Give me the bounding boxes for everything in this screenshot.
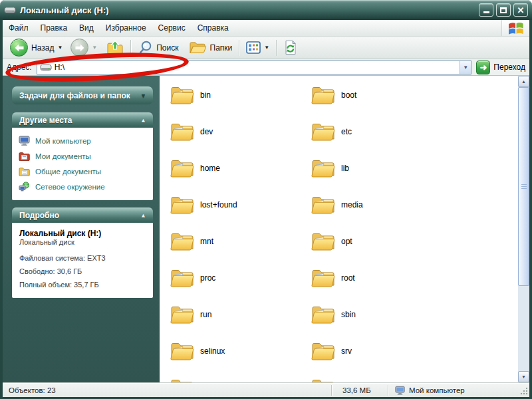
folder-icon <box>170 122 194 142</box>
folder-item[interactable]: proc <box>170 267 311 288</box>
folder-icon <box>311 195 335 215</box>
forward-dropdown-icon[interactable]: ▼ <box>92 45 97 51</box>
details-panel-header[interactable]: Подробно ▲ <box>12 207 153 223</box>
forward-button[interactable]: ▼ <box>68 37 99 58</box>
sidebar-item-shared-documents[interactable]: Общие документы <box>12 164 153 179</box>
sidebar-item-network-places[interactable]: Сетевое окружение <box>12 179 153 194</box>
folders-button[interactable]: Папки <box>187 39 235 56</box>
views-dropdown-icon[interactable]: ▼ <box>264 45 269 51</box>
my-documents-icon <box>19 152 30 161</box>
minimize-button[interactable] <box>479 3 493 17</box>
folder-label: bin <box>200 90 211 100</box>
shared-documents-icon <box>19 167 30 176</box>
folder-icon <box>311 341 335 361</box>
folder-item[interactable]: srv <box>311 340 452 361</box>
menu-favorites[interactable]: Избранное <box>100 21 152 35</box>
up-folder-icon <box>106 40 124 56</box>
folder-item[interactable]: opt <box>311 231 452 251</box>
folder-item[interactable]: mnt <box>170 231 311 251</box>
chevron-up-icon: ▲ <box>140 212 146 219</box>
folder-item[interactable]: home <box>170 158 311 178</box>
maximize-button[interactable] <box>496 3 511 17</box>
close-button[interactable]: ✕ <box>513 3 528 17</box>
back-label: Назад <box>31 43 54 53</box>
folder-icon <box>170 305 194 325</box>
details-free-space: Свободно: 30,6 ГБ <box>19 265 146 278</box>
status-size: 33,6 МБ <box>332 386 388 394</box>
menu-help[interactable]: Справка <box>192 21 235 35</box>
folder-icon <box>170 85 194 105</box>
views-button[interactable]: ▼ <box>244 40 271 55</box>
details-volume-name: Локальный диск (H:) <box>19 229 146 238</box>
address-combobox[interactable]: H:\ ▼ <box>37 61 472 74</box>
address-value[interactable]: H:\ <box>55 63 460 72</box>
places-panel-title: Другие места <box>19 116 72 125</box>
folder-icon <box>311 158 335 178</box>
menu-edit[interactable]: Правка <box>35 21 74 35</box>
folder-item[interactable]: selinux <box>170 340 311 361</box>
address-label: Адрес: <box>7 63 32 72</box>
windows-logo-cell <box>501 20 529 36</box>
folder-view[interactable]: bin boot <box>160 76 529 382</box>
folder-label: lib <box>341 164 349 173</box>
chevron-down-icon: ▼ <box>140 92 146 99</box>
places-panel: Другие места ▲ Мой компьютер <box>12 112 153 200</box>
folder-item[interactable] <box>311 377 452 382</box>
folder-item[interactable]: lost+found <box>170 194 311 215</box>
place-label: Мои документы <box>35 152 91 160</box>
menu-file[interactable]: Файл <box>3 21 35 35</box>
scrollbar-thumb[interactable] <box>518 87 529 286</box>
folder-icon <box>311 268 335 288</box>
toolbar-separator <box>130 40 131 56</box>
scroll-up-button[interactable]: ▲ <box>518 76 529 87</box>
details-panel: Подробно ▲ Локальный диск (H:) Локальный… <box>12 207 153 298</box>
folder-item[interactable]: bin <box>170 84 311 105</box>
folder-item[interactable]: sbin <box>311 304 452 325</box>
up-button[interactable] <box>104 39 126 57</box>
back-button[interactable]: Назад ▼ <box>8 37 65 58</box>
tasks-panel-header[interactable]: Задачи для файлов и папок ▼ <box>12 86 153 104</box>
folder-item[interactable]: lib <box>311 158 452 178</box>
menu-bar: Файл Правка Вид Избранное Сервис Справка <box>3 20 529 37</box>
folder-item[interactable]: root <box>311 267 452 288</box>
folder-item[interactable]: boot <box>311 84 452 105</box>
folders-icon <box>189 41 207 55</box>
sidebar-item-my-computer[interactable]: Мой компьютер <box>12 133 153 148</box>
details-volume-type: Локальный диск <box>19 238 146 246</box>
go-arrow-icon: ➜ <box>476 61 490 74</box>
sidebar: Задачи для файлов и папок ▼ Другие места… <box>3 76 160 382</box>
folder-label: run <box>200 310 211 319</box>
folder-label: boot <box>341 90 356 100</box>
forward-icon <box>70 39 88 57</box>
go-button[interactable]: ➜ Переход <box>476 61 525 74</box>
folder-label: srv <box>341 346 352 356</box>
chevron-up-icon: ▲ <box>140 117 146 124</box>
folder-item[interactable]: etc <box>311 121 452 142</box>
folder-item[interactable]: dev <box>170 121 311 142</box>
folder-icon <box>311 231 335 251</box>
search-button[interactable]: Поиск <box>136 39 180 57</box>
close-icon: ✕ <box>517 6 525 15</box>
folder-item[interactable] <box>170 377 311 382</box>
windows-logo-icon <box>507 21 525 35</box>
go-label: Переход <box>493 63 525 72</box>
refresh-button[interactable] <box>281 39 299 57</box>
sidebar-item-my-documents[interactable]: Мои документы <box>12 148 153 164</box>
folder-item[interactable]: media <box>311 194 452 215</box>
menu-view[interactable]: Вид <box>73 21 100 35</box>
details-panel-title: Подробно <box>19 211 59 220</box>
scroll-down-button[interactable]: ▼ <box>518 371 529 382</box>
details-filesystem: Файловая система: EXT3 <box>19 251 146 265</box>
address-dropdown-button[interactable]: ▼ <box>460 61 471 74</box>
back-dropdown-icon[interactable]: ▼ <box>57 45 63 51</box>
network-places-icon <box>19 182 30 192</box>
places-panel-header[interactable]: Другие места ▲ <box>12 112 153 128</box>
explorer-window: Локальный диск (H:) ✕ Файл Правка Вид Из… <box>0 0 532 399</box>
folder-item[interactable]: run <box>170 304 311 325</box>
toolbar: Назад ▼ ▼ <box>3 37 529 59</box>
status-objects: Объектов: 23 <box>3 386 331 394</box>
folder-label: dev <box>200 127 213 136</box>
menu-tools[interactable]: Сервис <box>152 21 192 35</box>
resize-grip[interactable] <box>519 386 528 395</box>
vertical-scrollbar[interactable]: ▲ ▼ <box>518 76 529 382</box>
